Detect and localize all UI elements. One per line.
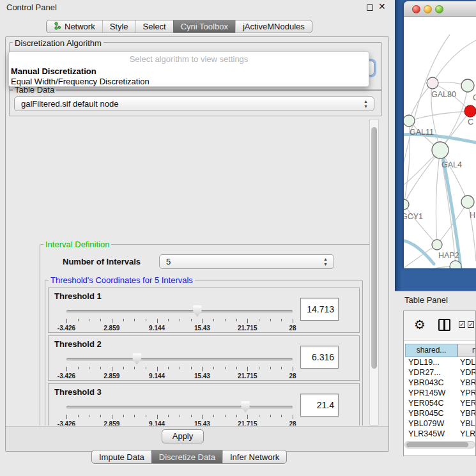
slider-tick-label: 28 (279, 372, 307, 380)
settings-vertical-scrollbar[interactable] (369, 119, 379, 426)
network-node[interactable] (404, 199, 409, 210)
table-horizontal-scrollbar[interactable] (404, 441, 475, 449)
threshold-label: Threshold 3 (54, 387, 102, 397)
table-panel-toolbar: ⚙ ✓ ✓ (404, 311, 475, 341)
slider-tick (89, 319, 89, 321)
slider-thumb[interactable] (192, 305, 202, 317)
slider-tick-label: -3.426 (52, 325, 81, 332)
network-edge (433, 40, 476, 83)
close-icon[interactable]: ✕ (378, 1, 386, 12)
network-window-titlebar[interactable] (404, 1, 476, 17)
slider-tick-label: 15.43 (188, 420, 216, 426)
slider-tick (281, 319, 282, 321)
table-row[interactable]: YER054CYER05 (405, 398, 476, 408)
slider-tick (225, 367, 226, 369)
slider-thumb[interactable] (241, 401, 250, 413)
columns-icon[interactable] (438, 319, 450, 331)
bottom-tab-bar: Impute DataDiscretize DataInfer Network (91, 450, 287, 464)
number-of-intervals-combobox[interactable]: 5▲▼ (159, 254, 334, 269)
slider-tick (247, 415, 248, 419)
apply-button[interactable]: Apply (162, 429, 204, 443)
node-label: H (470, 211, 475, 220)
column-header-shared-[interactable]: shared... (405, 344, 457, 357)
tab-label: Discretize Data (159, 452, 215, 462)
slider-tick (112, 367, 112, 371)
tab-infer-network[interactable]: Infer Network (222, 450, 286, 463)
table-row[interactable]: YLR345WYLR34 (405, 429, 476, 439)
slider-thumb[interactable] (132, 353, 142, 365)
slider-tick (168, 319, 169, 321)
network-canvas[interactable]: GAL80GACGAL11GAL4GCY1HHAP2 (404, 17, 476, 268)
table-panel-title: Table Panel (404, 295, 448, 305)
table-cell: YDL19... (405, 357, 457, 367)
settings-scrollbar-thumb[interactable] (371, 127, 377, 369)
tab-jactivemnodules[interactable]: jActiveMNodules (235, 20, 312, 33)
tab-select[interactable]: Select (135, 20, 173, 33)
slider-tick-label: 9.144 (143, 420, 171, 426)
threshold-panel-1: Threshold 1-3.4262.8599.14415.4321.71528… (48, 288, 360, 333)
slider-tick-label: 28 (279, 325, 307, 332)
table-row[interactable]: YBL079WYBL07 (405, 418, 476, 429)
network-node[interactable] (461, 196, 474, 208)
tab-label: Cyni Toolbox (181, 22, 228, 31)
network-icon (54, 22, 61, 32)
slider-tick (157, 415, 158, 419)
threshold-value-field[interactable]: 6.316 (300, 346, 339, 369)
table-cell: YBR04 (457, 408, 476, 418)
checkbox-icon[interactable]: ✓ (468, 321, 474, 328)
network-node[interactable] (450, 261, 461, 268)
network-edge (436, 150, 440, 245)
threshold-value-field[interactable]: 21.4 (300, 394, 339, 417)
tab-discretize-data[interactable]: Discretize Data (151, 450, 222, 463)
network-node[interactable] (404, 115, 415, 127)
table-row[interactable]: YBR043CYBR04 (405, 378, 476, 388)
slider-tick (281, 367, 282, 369)
slider-tick (180, 367, 180, 369)
network-node[interactable] (427, 77, 438, 89)
table-scrollbar-thumb[interactable] (406, 442, 468, 447)
threshold-slider: -3.4262.8599.14415.4321.71528 (66, 305, 293, 332)
network-node[interactable] (464, 105, 476, 117)
table-cell: YER054C (405, 398, 457, 408)
slider-tick-label: 2.859 (98, 372, 126, 380)
slider-track[interactable] (66, 310, 293, 313)
zoom-traffic-light[interactable] (435, 5, 443, 13)
tab-impute-data[interactable]: Impute Data (92, 450, 151, 463)
minimize-traffic-light[interactable] (424, 5, 432, 13)
slider-track[interactable] (66, 406, 293, 409)
control-panel-title: Control Panel (6, 3, 57, 12)
settings-scroll-area: Interval Definition Number of Intervals … (8, 119, 369, 426)
table-row[interactable]: YDR27...YDR27 (405, 367, 476, 378)
threshold-label: Threshold 1 (54, 291, 102, 301)
network-node[interactable] (432, 240, 442, 250)
algorithm-option-manual-discretization[interactable]: Manual Discretization (11, 66, 96, 76)
combo-arrows-icon: ▲▼ (323, 257, 328, 267)
slider-tick (213, 415, 214, 417)
column-header-na[interactable]: na (457, 344, 476, 357)
close-traffic-light[interactable] (412, 5, 420, 13)
tab-cyni-toolbox[interactable]: Cyni Toolbox (173, 20, 235, 33)
tab-label: Network (65, 22, 95, 31)
table-row[interactable]: YDL19...YDL19 (405, 357, 476, 367)
slider-tick (100, 319, 101, 321)
algorithm-option-equal-width-frequency-discretization[interactable]: Equal Width/Frequency Discretization (11, 77, 150, 86)
table-data-combobox[interactable]: galFiltered.sif default node▲▼ (14, 96, 374, 111)
slider-tick (270, 367, 271, 369)
tab-label: Impute Data (99, 452, 144, 462)
table-row[interactable]: YBR045CYBR04 (405, 408, 476, 418)
slider-tick (78, 367, 79, 369)
slider-tick (89, 367, 89, 369)
network-node[interactable] (432, 142, 449, 158)
threshold-value-field[interactable]: 14.713 (300, 298, 339, 321)
network-node[interactable] (461, 79, 474, 92)
slider-tick-label: 21.715 (233, 420, 261, 426)
slider-tick (146, 367, 146, 369)
slider-track[interactable] (66, 358, 293, 361)
tab-style[interactable]: Style (102, 20, 135, 33)
threshold-label: Threshold 2 (54, 339, 102, 349)
tab-network[interactable]: Network (47, 20, 102, 33)
checkbox-icon[interactable]: ✓ (459, 321, 465, 328)
float-window-icon[interactable] (367, 4, 373, 11)
gear-icon[interactable]: ⚙ (414, 317, 426, 332)
table-row[interactable]: YPR145WYPR14 (405, 388, 476, 398)
